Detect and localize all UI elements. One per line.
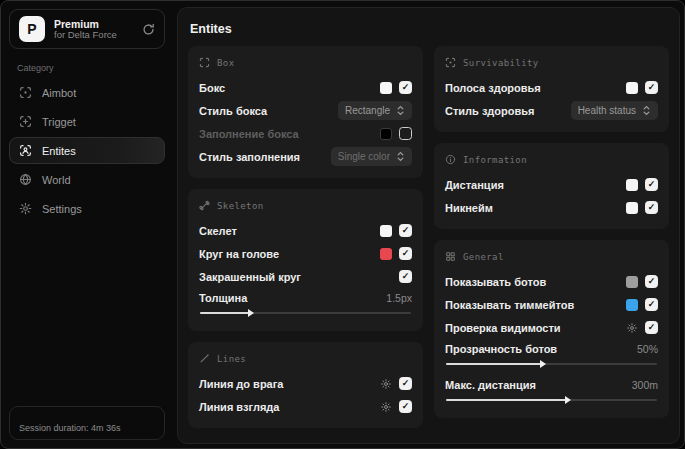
setting-label: Линия до врага: [199, 378, 283, 390]
setting-label: Полоса здоровья: [445, 82, 541, 94]
sidebar-item-label: Trigget: [42, 116, 76, 128]
selected-value: Rectangle: [345, 105, 390, 116]
brand-text: Premium for Delta Force: [54, 18, 133, 41]
grid-icon: [445, 251, 456, 262]
filled-circle-checkbox[interactable]: [399, 270, 412, 283]
box-fill-color-swatch[interactable]: [380, 128, 392, 140]
sidebar-item-aimbot[interactable]: Aimbot: [9, 79, 165, 106]
head-circle-color-swatch[interactable]: [380, 248, 392, 260]
view-line-checkbox[interactable]: [399, 400, 412, 413]
box-checkbox[interactable]: [399, 81, 412, 94]
sidebar-item-world[interactable]: World: [9, 166, 165, 193]
setting-label: Круг на голове: [199, 248, 279, 260]
setting-label: Показывать ботов: [445, 276, 546, 288]
show-bots-checkbox[interactable]: [645, 275, 658, 288]
setting-row-head-circle: Круг на голове: [199, 242, 412, 265]
setting-label: Толщина: [199, 292, 247, 304]
sidebar-item-label: Settings: [42, 203, 82, 215]
bot-opacity-slider[interactable]: [446, 359, 657, 369]
chevron-up-down-icon: [396, 151, 405, 162]
thickness-slider[interactable]: [200, 308, 411, 318]
setting-label: Стиль заполнения: [199, 151, 300, 163]
skeleton-color-swatch[interactable]: [380, 225, 392, 237]
box-scan-icon: [199, 57, 210, 68]
session-duration-card: Session duration: 4m 36s: [9, 406, 165, 440]
show-teammates-checkbox[interactable]: [645, 298, 658, 311]
setting-label: Стиль бокса: [199, 105, 267, 117]
setting-label: Никнейм: [445, 202, 493, 214]
right-column: Survivability Полоса здоровья Стиль здор…: [434, 46, 669, 428]
line-settings-gear-icon[interactable]: [380, 401, 392, 413]
nickname-color-swatch[interactable]: [626, 202, 638, 214]
page-title: Entites: [190, 22, 669, 36]
head-circle-checkbox[interactable]: [399, 247, 412, 260]
card-header-label: Lines: [217, 354, 246, 364]
show-bots-color-swatch[interactable]: [626, 276, 638, 288]
setting-row-max-distance: Макс. дистанция 300m: [445, 375, 658, 394]
lines-card-header: Lines: [199, 353, 412, 364]
selected-value: Single color: [338, 151, 390, 162]
sidebar-item-settings[interactable]: Settings: [9, 195, 165, 222]
visibility-check-checkbox[interactable]: [645, 321, 658, 334]
distance-color-swatch[interactable]: [626, 179, 638, 191]
aimbot-scan-icon: [19, 86, 32, 99]
person-scan-icon: [19, 144, 32, 157]
health-bar-color-swatch[interactable]: [626, 82, 638, 94]
sync-icon[interactable]: [142, 23, 155, 36]
sidebar-item-entites[interactable]: Entites: [9, 137, 165, 164]
setting-row-show-bots: Показывать ботов: [445, 270, 658, 293]
visibility-gear-icon[interactable]: [626, 322, 638, 334]
health-style-select[interactable]: Health status: [571, 101, 658, 120]
box-style-select[interactable]: Rectangle: [338, 101, 412, 120]
brand-logo: P: [19, 16, 45, 42]
line-settings-gear-icon[interactable]: [380, 378, 392, 390]
survivability-card-header: Survivability: [445, 57, 658, 68]
left-column: Box Бокс Стиль бокса Rectangle: [188, 46, 423, 428]
setting-row-health-style: Стиль здоровья Health status: [445, 99, 658, 122]
setting-row-skeleton: Скелет: [199, 219, 412, 242]
info-icon: [445, 154, 456, 165]
bone-icon: [199, 200, 210, 211]
box-color-swatch[interactable]: [380, 82, 392, 94]
setting-row-view-line: Линия взгляда: [199, 395, 412, 418]
show-teammates-color-swatch[interactable]: [626, 299, 638, 311]
crosshair-icon: [19, 115, 32, 128]
setting-row-visibility-check: Проверка видимости: [445, 316, 658, 339]
general-card-header: General: [445, 251, 658, 262]
line-icon: [199, 353, 210, 364]
box-fill-checkbox[interactable]: [399, 127, 412, 140]
setting-row-bot-opacity: Прозрачность ботов 50%: [445, 339, 658, 358]
sidebar-item-trigget[interactable]: Trigget: [9, 108, 165, 135]
sidebar-item-label: Entites: [42, 145, 76, 157]
bot-opacity-value: 50%: [637, 343, 658, 355]
setting-row-show-teammates: Показывать тиммейтов: [445, 293, 658, 316]
app-window: P Premium for Delta Force Category: [0, 0, 685, 449]
survivability-card: Survivability Полоса здоровья Стиль здор…: [434, 46, 669, 132]
max-distance-slider[interactable]: [446, 395, 657, 405]
gear-icon: [19, 202, 32, 215]
setting-row-filled-circle: Закрашенный круг: [199, 265, 412, 288]
sidebar-item-label: World: [42, 174, 71, 186]
setting-label: Прозрачность ботов: [445, 343, 557, 355]
setting-label: Линия взгляда: [199, 401, 279, 413]
setting-row-health-bar: Полоса здоровья: [445, 76, 658, 99]
setting-label: Заполнение бокса: [199, 128, 299, 140]
setting-row-nickname: Никнейм: [445, 196, 658, 219]
fill-style-select[interactable]: Single color: [331, 147, 412, 166]
nickname-checkbox[interactable]: [645, 201, 658, 214]
setting-label: Скелет: [199, 225, 237, 237]
health-bar-checkbox[interactable]: [645, 81, 658, 94]
setting-label: Макс. дистанция: [445, 379, 536, 391]
card-header-label: General: [463, 252, 504, 262]
enemy-line-checkbox[interactable]: [399, 377, 412, 390]
skeleton-checkbox[interactable]: [399, 224, 412, 237]
setting-label: Показывать тиммейтов: [445, 299, 574, 311]
setting-label: Закрашенный круг: [199, 271, 301, 283]
lines-card: Lines Линия до врага: [188, 342, 423, 428]
thickness-value: 1.5px: [386, 292, 412, 304]
focus-icon: [445, 57, 456, 68]
globe-icon: [19, 173, 32, 186]
setting-row-thickness: Толщина 1.5px: [199, 288, 412, 307]
distance-checkbox[interactable]: [645, 178, 658, 191]
session-duration-text: Session duration: 4m 36s: [19, 423, 121, 433]
